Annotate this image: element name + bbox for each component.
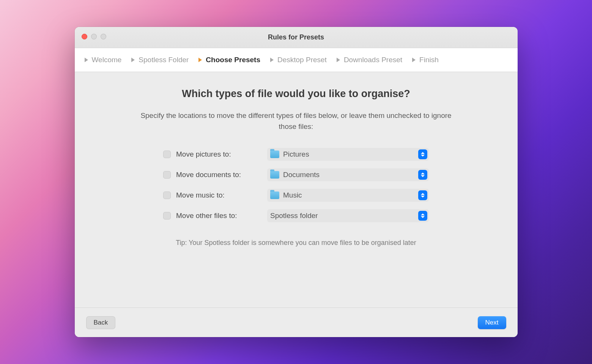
- file-type-rows: Move pictures to: Pictures Move document…: [163, 148, 429, 222]
- checkbox-other[interactable]: [163, 212, 171, 220]
- row-music: Move music to: Music: [163, 189, 429, 202]
- footer: Back Next: [75, 308, 518, 337]
- step-welcome[interactable]: Welcome: [85, 56, 122, 64]
- step-downloads-preset[interactable]: Downloads Preset: [337, 56, 402, 64]
- row-label: Move music to:: [176, 191, 267, 199]
- step-finish[interactable]: Finish: [412, 56, 439, 64]
- triangle-icon: [85, 58, 88, 62]
- triangle-icon: [412, 58, 416, 62]
- close-icon[interactable]: [82, 34, 87, 39]
- step-label: Desktop Preset: [277, 56, 327, 64]
- checkbox-music[interactable]: [163, 191, 171, 199]
- select-other[interactable]: Spotless folder: [267, 209, 429, 222]
- select-value: Pictures: [283, 150, 418, 158]
- content-area: Which types of file would you like to or…: [75, 72, 518, 308]
- checkbox-documents[interactable]: [163, 171, 171, 179]
- tip-text: Tip: Your Spotless folder is somewhere y…: [94, 239, 499, 247]
- row-pictures: Move pictures to: Pictures: [163, 148, 429, 161]
- page-subtext: Specify the locations to move the differ…: [140, 110, 452, 132]
- step-spotless-folder[interactable]: Spotless Folder: [131, 56, 189, 64]
- back-button[interactable]: Back: [86, 316, 116, 329]
- triangle-icon: [337, 58, 340, 62]
- folder-icon: [270, 171, 279, 179]
- updown-icon[interactable]: [418, 211, 427, 221]
- select-music[interactable]: Music: [267, 189, 429, 202]
- folder-icon: [270, 151, 279, 158]
- minimize-icon: [91, 34, 97, 39]
- traffic-lights: [82, 34, 106, 39]
- app-window: Rules for Presets Welcome Spotless Folde…: [75, 27, 518, 337]
- row-label: Move pictures to:: [176, 150, 267, 158]
- updown-icon[interactable]: [418, 149, 427, 159]
- step-bar: Welcome Spotless Folder Choose Presets D…: [75, 48, 518, 72]
- step-label: Spotless Folder: [139, 56, 189, 64]
- row-documents: Move documents to: Documents: [163, 168, 429, 181]
- row-label: Move other files to:: [176, 212, 267, 220]
- step-label: Downloads Preset: [344, 56, 402, 64]
- select-documents[interactable]: Documents: [267, 168, 429, 181]
- select-value: Music: [283, 191, 418, 199]
- checkbox-pictures[interactable]: [163, 151, 171, 158]
- folder-icon: [270, 191, 279, 199]
- triangle-icon: [198, 58, 202, 62]
- row-other: Move other files to: Spotless folder: [163, 209, 429, 222]
- zoom-icon: [101, 34, 106, 39]
- select-value: Documents: [283, 171, 418, 179]
- step-label: Finish: [419, 56, 439, 64]
- step-label: Choose Presets: [206, 56, 260, 64]
- step-label: Welcome: [92, 56, 122, 64]
- step-choose-presets[interactable]: Choose Presets: [198, 56, 260, 64]
- window-title: Rules for Presets: [268, 33, 324, 41]
- page-heading: Which types of file would you like to or…: [94, 88, 499, 100]
- updown-icon[interactable]: [418, 190, 427, 200]
- triangle-icon: [270, 58, 274, 62]
- next-button[interactable]: Next: [478, 316, 506, 329]
- updown-icon[interactable]: [418, 170, 427, 180]
- step-desktop-preset[interactable]: Desktop Preset: [270, 56, 327, 64]
- select-pictures[interactable]: Pictures: [267, 148, 429, 161]
- titlebar: Rules for Presets: [75, 27, 518, 48]
- select-value: Spotless folder: [270, 212, 418, 220]
- row-label: Move documents to:: [176, 171, 267, 179]
- triangle-icon: [131, 58, 135, 62]
